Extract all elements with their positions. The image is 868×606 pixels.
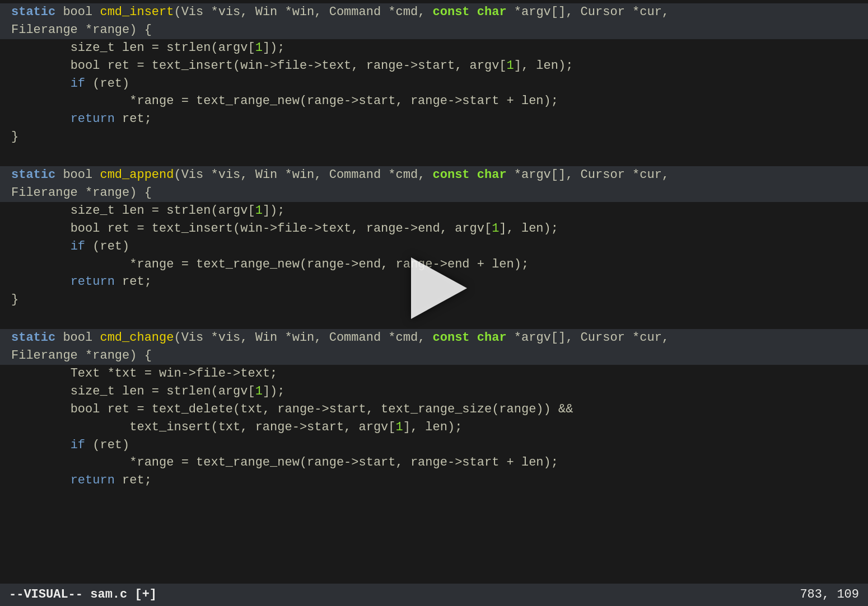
- code-block-insert: static bool cmd_insert(Vis *vis, Win *wi…: [0, 0, 868, 155]
- code-line: if (ret): [0, 436, 868, 454]
- code-block-change: static bool cmd_change(Vis *vis, Win *wi…: [0, 326, 868, 499]
- code-line: }: [0, 128, 868, 146]
- code-line: size_t len = strlen(argv[1]);: [0, 39, 868, 57]
- fn-header-change-1: static bool cmd_change(Vis *vis, Win *wi…: [0, 329, 868, 347]
- status-mode-file: --VISUAL-- sam.c [+]: [9, 586, 157, 604]
- play-triangle-icon: [411, 257, 467, 319]
- fn-header-append-2: Filerange *range) {: [0, 184, 868, 202]
- code-line: bool ret = text_insert(win->file->text, …: [0, 57, 868, 75]
- code-line: text_insert(txt, range->start, argv[1], …: [0, 419, 868, 436]
- fn-header-append-1: static bool cmd_append(Vis *vis, Win *wi…: [0, 166, 868, 184]
- status-position: 783, 109: [800, 586, 859, 604]
- code-line: return ret;: [0, 110, 868, 128]
- code-editor: static bool cmd_insert(Vis *vis, Win *wi…: [0, 0, 868, 576]
- status-bar: --VISUAL-- sam.c [+] 783, 109: [0, 584, 868, 606]
- fn-header-change-2: Filerange *range) {: [0, 347, 868, 365]
- code-line: Text *txt = win->file->text;: [0, 365, 868, 383]
- code-line: size_t len = strlen(argv[1]);: [0, 202, 868, 220]
- code-line: bool ret = text_insert(win->file->text, …: [0, 220, 868, 238]
- code-line: bool ret = text_delete(txt, range->start…: [0, 401, 868, 419]
- spacer1: [0, 155, 868, 163]
- code-line: if (ret): [0, 75, 868, 93]
- code-line: *range = text_range_new(range->start, ra…: [0, 454, 868, 472]
- fn-header-insert-2: Filerange *range) {: [0, 21, 868, 39]
- code-line: if (ret): [0, 238, 868, 256]
- code-line: size_t len = strlen(argv[1]);: [0, 383, 868, 401]
- code-line: *range = text_range_new(range->start, ra…: [0, 92, 868, 110]
- code-line: return ret;: [0, 472, 868, 490]
- play-button[interactable]: [400, 255, 468, 322]
- fn-header-insert-1: static bool cmd_insert(Vis *vis, Win *wi…: [0, 3, 868, 21]
